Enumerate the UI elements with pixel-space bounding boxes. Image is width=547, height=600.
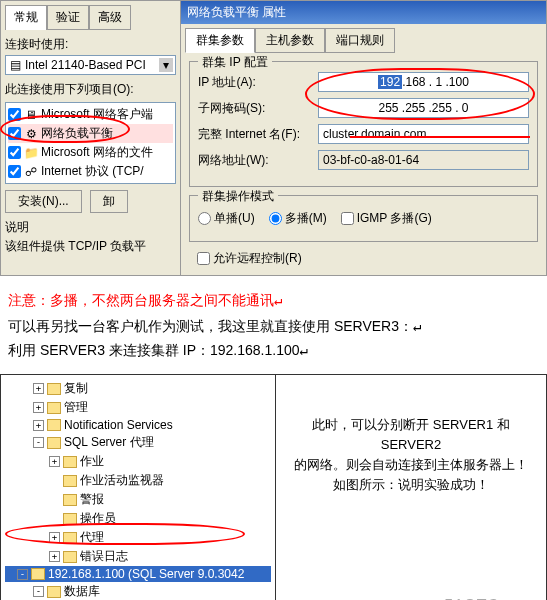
tree-node[interactable]: +复制 (5, 379, 271, 398)
expand-icon[interactable]: + (33, 383, 44, 394)
mask-label: 子网掩码(S): (198, 100, 318, 117)
item-label: Microsoft 网络的文件 (41, 144, 153, 161)
tree-label: 192.168.1.100 (SQL Server 9.0.3042 (48, 567, 244, 581)
folder-icon (63, 513, 77, 525)
tree-node[interactable]: +代理 (5, 528, 271, 547)
components-list: 🖥 Microsoft 网络客户端 ⚙ 网络负载平衡 📁 Microsoft 网… (5, 102, 176, 184)
adapter-dropdown[interactable]: ▤ Intel 21140-Based PCI ▾ (5, 55, 176, 75)
expand-icon[interactable]: + (33, 420, 44, 431)
expand-icon[interactable]: - (33, 586, 44, 597)
ip-fieldset: 群集 IP 配置 IP 地址(A): 192.168 . 1 .100 子网掩码… (189, 61, 538, 187)
tree-label: 数据库 (64, 583, 100, 600)
list-item-nlb[interactable]: ⚙ 网络负载平衡 (8, 124, 173, 143)
tree-node[interactable]: -数据库 (5, 582, 271, 600)
desc-text: 该组件提供 TCP/IP 负载平 (5, 238, 176, 255)
radio-multicast[interactable]: 多播(M) (269, 210, 327, 227)
tree-label: 操作员 (80, 510, 116, 527)
service-icon: ⚙ (24, 127, 38, 141)
radio-unicast[interactable]: 单播(U) (198, 210, 255, 227)
tree-node-selected[interactable]: -192.168.1.100 (SQL Server 9.0.3042 (5, 566, 271, 582)
tree-node[interactable]: +管理 (5, 398, 271, 417)
dialog-area: 常规 验证 高级 连接时使用: ▤ Intel 21140-Based PCI … (0, 0, 547, 276)
tree-label: 复制 (64, 380, 88, 397)
uninstall-button[interactable]: 卸 (90, 190, 128, 213)
ip-input[interactable]: 192.168 . 1 .100 (318, 72, 529, 92)
radio-label: 多播(M) (285, 210, 327, 227)
expand-icon[interactable]: - (17, 569, 28, 580)
item-label: Microsoft 网络客户端 (41, 106, 153, 123)
ip-seg-selected: 192 (378, 75, 402, 89)
tree[interactable]: +复制+管理+Notification Services-SQL Server … (5, 379, 271, 600)
expand-icon[interactable]: + (49, 456, 60, 467)
tab-advanced[interactable]: 高级 (89, 5, 131, 30)
list-item[interactable]: ☍ Internet 协议 (TCP/ (8, 162, 173, 181)
right-panel: 网络负载平衡 属性 群集参数 主机参数 端口规则 群集 IP 配置 IP 地址(… (181, 1, 546, 275)
list-item[interactable]: 🖥 Microsoft 网络客户端 (8, 105, 173, 124)
expand-icon[interactable]: + (33, 402, 44, 413)
bottom-area: +复制+管理+Notification Services-SQL Server … (0, 374, 547, 600)
radio-input[interactable] (269, 212, 282, 225)
folder-icon (63, 532, 77, 544)
domain-input[interactable]: cluster.domain.com (318, 124, 529, 144)
checkbox[interactable] (8, 108, 21, 121)
result-panel: 此时，可以分别断开 SERVER1 和 SERVER2 的网络。则会自动连接到主… (276, 375, 546, 600)
folder-icon (63, 456, 77, 468)
ip-legend: 群集 IP 配置 (198, 54, 272, 71)
expand-icon[interactable]: + (49, 551, 60, 562)
description-box: 说明 该组件提供 TCP/IP 负载平 (5, 219, 176, 255)
tree-node[interactable]: +错误日志 (5, 547, 271, 566)
desc-title: 说明 (5, 219, 176, 236)
check-label: 允许远程控制(R) (213, 250, 302, 267)
item-label: Internet 协议 (TCP/ (41, 163, 144, 180)
domain-row: 完整 Internet 名(F): cluster.domain.com (198, 124, 529, 144)
checkbox[interactable] (8, 146, 21, 159)
checkbox-input[interactable] (341, 212, 354, 225)
tree-node[interactable]: 操作员 (5, 509, 271, 528)
tree-node[interactable]: -SQL Server 代理 (5, 433, 271, 452)
client-icon: 🖥 (24, 108, 38, 122)
tab-host[interactable]: 主机参数 (255, 28, 325, 53)
folder-icon (47, 437, 61, 449)
ip-label: IP 地址(A): (198, 74, 318, 91)
list-item[interactable]: 📁 Microsoft 网络的文件 (8, 143, 173, 162)
expand-icon[interactable]: + (49, 532, 60, 543)
window-title: 网络负载平衡 属性 (181, 1, 546, 24)
tab-cluster[interactable]: 群集参数 (185, 28, 255, 53)
tree-node[interactable]: +Notification Services (5, 417, 271, 433)
folder-icon (63, 551, 77, 563)
tab-port[interactable]: 端口规则 (325, 28, 395, 53)
folder-icon (63, 494, 77, 506)
connect-label: 连接时使用: (5, 36, 176, 53)
left-tabs: 常规 验证 高级 (5, 5, 176, 30)
article: 注意：多播，不然两台服务器之间不能通讯↵ 可以再另找一台客户机作为测试，我这里就… (0, 276, 547, 374)
para1: 可以再另找一台客户机作为测试，我这里就直接使用 SERVER3：↵ (8, 318, 539, 336)
check-remote[interactable]: 允许远程控制(R) (197, 250, 538, 267)
prop-tabs: 群集参数 主机参数 端口规则 (181, 24, 546, 53)
para2: 利用 SERVER3 来连接集群 IP：192.168.1.100↵ (8, 342, 539, 360)
button-row: 安装(N)... 卸 (5, 190, 176, 213)
folder-icon (47, 383, 61, 395)
radio-row: 单播(U) 多播(M) IGMP 多播(G) (198, 206, 529, 231)
result-line: 的网络。则会自动连接到主体服务器上！ (288, 455, 534, 475)
install-button[interactable]: 安装(N)... (5, 190, 82, 213)
tree-label: 作业活动监视器 (80, 472, 164, 489)
tree-node[interactable]: 作业活动监视器 (5, 471, 271, 490)
mask-input[interactable]: 255 .255 .255 . 0 (318, 98, 529, 118)
radio-input[interactable] (198, 212, 211, 225)
result-line: 此时，可以分别断开 SERVER1 和 SERVER2 (288, 415, 534, 455)
prop-body: 群集 IP 配置 IP 地址(A): 192.168 . 1 .100 子网掩码… (181, 53, 546, 275)
tab-auth[interactable]: 验证 (47, 5, 89, 30)
checkbox-input[interactable] (197, 252, 210, 265)
note-red: 注意：多播，不然两台服务器之间不能通讯↵ (8, 292, 539, 310)
tree-node[interactable]: 警报 (5, 490, 271, 509)
tree-panel: +复制+管理+Notification Services-SQL Server … (1, 375, 276, 600)
tab-general[interactable]: 常规 (5, 5, 47, 30)
tree-label: 管理 (64, 399, 88, 416)
check-igmp[interactable]: IGMP 多播(G) (341, 210, 432, 227)
checkbox[interactable] (8, 127, 21, 140)
checkbox[interactable] (8, 165, 21, 178)
expand-icon[interactable]: - (33, 437, 44, 448)
folder-icon (47, 586, 61, 598)
chevron-down-icon: ▾ (159, 58, 173, 72)
tree-node[interactable]: +作业 (5, 452, 271, 471)
